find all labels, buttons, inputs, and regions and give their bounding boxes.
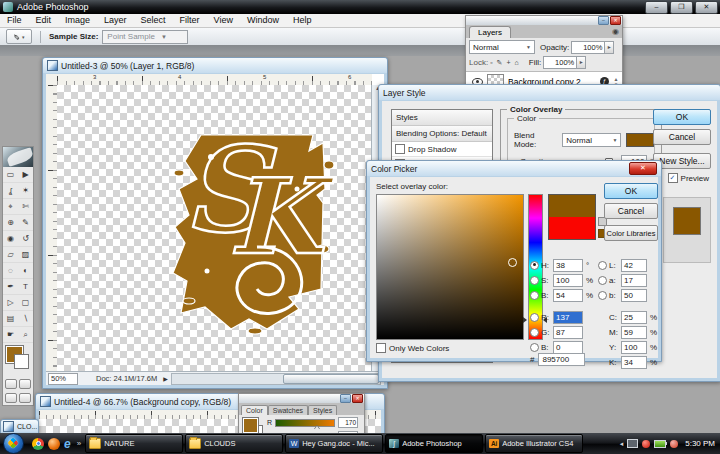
gradient-tool[interactable]: ▨ — [18, 247, 33, 263]
color-field-marker[interactable] — [508, 258, 517, 267]
quick-mask-button[interactable] — [5, 379, 17, 389]
lock-pixels-icon[interactable]: ✎ — [497, 59, 503, 67]
field-value[interactable]: 0 — [553, 341, 583, 354]
background-color-swatch[interactable] — [14, 354, 29, 369]
field-radio[interactable] — [598, 291, 607, 300]
screen-mode-standard-button[interactable] — [5, 393, 17, 403]
canvas[interactable]: S K — [57, 85, 372, 372]
brush-tool[interactable]: ✎ — [18, 215, 33, 231]
field-radio[interactable] — [598, 276, 607, 285]
field-value[interactable]: 87 — [553, 326, 583, 339]
menu-edit[interactable]: Edit — [29, 14, 59, 27]
field-radio[interactable] — [598, 261, 607, 270]
field-value[interactable]: 38 — [553, 259, 583, 272]
drop-shadow-checkbox[interactable] — [395, 144, 405, 154]
pen-tool[interactable]: ✒ — [3, 279, 18, 295]
screen-mode-full-button[interactable] — [19, 393, 31, 403]
slider-marker[interactable] — [314, 426, 320, 430]
panel-minimize-button[interactable]: – — [340, 394, 351, 403]
tray-expand-icon[interactable]: ◂ — [620, 440, 624, 448]
menu-help[interactable]: Help — [286, 14, 319, 27]
taskbar-button-illustrator[interactable]: Ai Adobe Illustrator CS4 — [485, 434, 583, 453]
menu-layer[interactable]: Layer — [97, 14, 134, 27]
close-button[interactable]: ✕ — [695, 1, 718, 14]
blur-tool[interactable]: ◌ — [3, 263, 18, 279]
field-value[interactable]: 50 — [621, 289, 647, 302]
eraser-tool[interactable]: ▱ — [3, 247, 18, 263]
move-tool[interactable]: ▶ — [18, 167, 33, 183]
taskbar-button-word-doc[interactable]: W Hey Gang.doc - Mic... — [285, 434, 383, 453]
clone-stamp-tool[interactable]: ◉ — [3, 231, 18, 247]
quicklaunch-icon[interactable] — [48, 438, 60, 450]
layer-style-cancel-button[interactable]: Cancel — [653, 129, 711, 145]
blending-options-item[interactable]: Blending Options: Default — [392, 126, 492, 142]
field-radio[interactable] — [530, 343, 539, 352]
display-tray-icon[interactable] — [627, 439, 638, 448]
field-value[interactable]: 25 — [621, 311, 647, 324]
field-radio[interactable] — [530, 313, 539, 322]
eyedropper-tool[interactable]: ∖ — [18, 311, 33, 327]
start-button[interactable] — [3, 433, 24, 454]
menu-filter[interactable]: Filter — [173, 14, 207, 27]
internet-explorer-icon[interactable]: e — [64, 438, 71, 450]
status-menu-arrow-icon[interactable]: ▶ — [163, 375, 168, 382]
styles-list-item[interactable]: Styles — [392, 110, 492, 126]
dialog-titlebar[interactable]: Layer Style — [379, 85, 720, 100]
dialog-close-button[interactable]: ✕ — [629, 162, 657, 175]
volume-tray-icon[interactable] — [670, 440, 678, 448]
field-radio[interactable] — [530, 261, 539, 270]
opacity-field[interactable]: 100% — [571, 41, 605, 54]
menu-file[interactable]: File — [0, 14, 29, 27]
rectangular-marquee-tool[interactable]: ▭ — [3, 167, 18, 183]
field-value[interactable]: 100 — [553, 274, 583, 287]
tab-color[interactable]: Color — [241, 405, 268, 415]
zoom-level-field[interactable]: 50% — [48, 373, 78, 385]
blend-mode-dropdown[interactable]: Normal ▼ — [469, 40, 535, 54]
healing-brush-tool[interactable]: ⊕ — [3, 215, 18, 231]
maximize-button[interactable]: ❐ — [670, 1, 693, 14]
panel-menu-icon[interactable]: ◉ — [612, 27, 619, 36]
tab-styles[interactable]: Styles — [308, 405, 337, 415]
panel-close-button[interactable]: ✕ — [610, 16, 621, 25]
red-channel-value[interactable]: 170 — [338, 417, 358, 428]
dialog-titlebar[interactable]: Color Picker ✕ — [367, 161, 661, 176]
fill-field[interactable]: 100% — [543, 56, 577, 69]
field-value[interactable]: 17 — [621, 274, 647, 287]
taskbar-button-photoshop[interactable]: ʃ Adobe Photoshop — [385, 434, 483, 453]
field-value[interactable]: 34 — [621, 356, 647, 369]
hex-value-field[interactable]: 895700 — [538, 353, 585, 366]
red-channel-slider[interactable] — [275, 419, 335, 427]
field-value[interactable]: 100 — [621, 341, 647, 354]
panel-titlebar[interactable]: – ✕ — [239, 394, 364, 403]
color-libraries-button[interactable]: Color Libraries — [604, 225, 658, 241]
fill-spinner-arrow[interactable]: ▸ — [577, 56, 586, 69]
saturation-brightness-field[interactable] — [376, 194, 524, 340]
slice-tool[interactable]: ✄ — [18, 199, 33, 215]
drop-shadow-row[interactable]: Drop Shadow — [392, 142, 492, 157]
horizontal-scrollbar[interactable] — [171, 373, 381, 385]
overlay-blend-mode-dropdown[interactable]: Normal ▼ — [562, 133, 621, 147]
menu-select[interactable]: Select — [134, 14, 173, 27]
field-radio[interactable] — [530, 291, 539, 300]
field-radio[interactable] — [530, 328, 539, 337]
field-radio[interactable] — [530, 276, 539, 285]
battery-tray-icon[interactable] — [654, 440, 666, 448]
panel-titlebar[interactable]: – ✕ — [466, 16, 622, 25]
type-tool[interactable]: T — [18, 279, 33, 295]
field-value[interactable]: 137 — [553, 311, 583, 324]
preview-checkbox[interactable]: ✓ — [668, 173, 678, 183]
scrollbar-thumb[interactable] — [283, 374, 379, 384]
menu-image[interactable]: Image — [58, 14, 97, 27]
menu-window[interactable]: Window — [240, 14, 286, 27]
zoom-tool[interactable]: ⌕ — [18, 327, 33, 343]
security-tray-icon[interactable] — [642, 440, 650, 448]
overlay-color-swatch[interactable] — [626, 133, 654, 147]
layer-style-ok-button[interactable]: OK — [653, 109, 711, 125]
field-value[interactable]: 42 — [621, 259, 647, 272]
taskbar-button-nature[interactable]: NATURE — [85, 434, 183, 453]
lock-position-icon[interactable]: + — [506, 59, 510, 66]
taskbar-button-clouds[interactable]: CLOUDS — [185, 434, 283, 453]
active-tool-well[interactable]: ✎ ▾ — [6, 29, 32, 44]
chrome-quicklaunch-icon[interactable] — [32, 438, 44, 450]
opacity-spinner-arrow[interactable]: ▸ — [605, 41, 614, 54]
